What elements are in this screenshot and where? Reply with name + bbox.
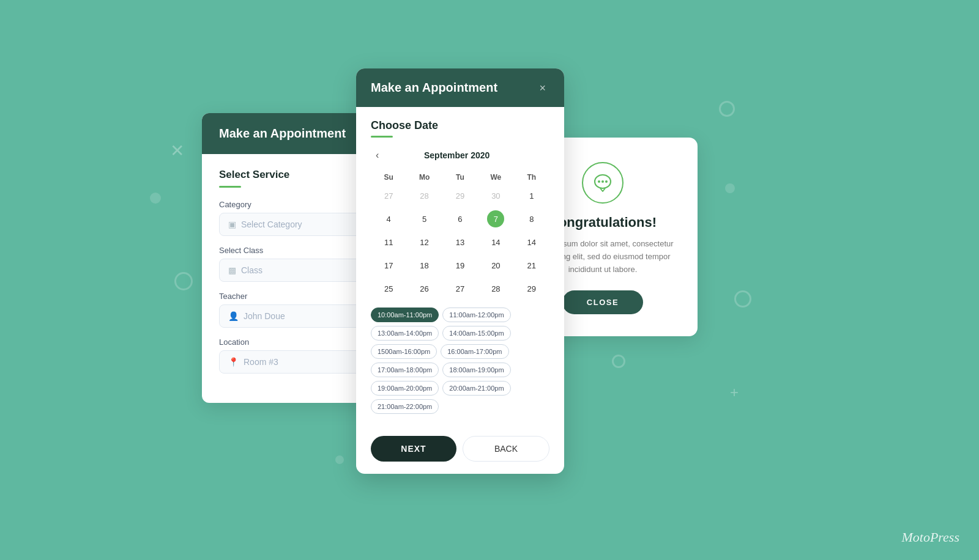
time-slot-button[interactable]: 21:00am-22:00pm (371, 399, 439, 414)
calendar-grid: Su Mo Tu We Th 2728293014567811121314141… (371, 171, 549, 300)
category-input[interactable]: ▣ Select Category (219, 213, 374, 236)
cal-cell[interactable]: 14 (514, 230, 549, 254)
time-slot-button[interactable]: 11:00am-12:00pm (442, 308, 510, 322)
calendar: ‹ September 2020 Su Mo Tu We Th (371, 147, 549, 300)
card1-title: Make an Appointment (219, 127, 374, 141)
congrats-icon (582, 162, 624, 204)
chat-bubble-icon (592, 172, 614, 194)
cal-cell[interactable]: 1 (514, 184, 549, 207)
cal-cell[interactable]: 13 (442, 230, 478, 254)
congrats-title: Congratulations! (549, 215, 657, 230)
time-slot-button[interactable]: 17:00am-18:00pm (371, 363, 439, 377)
cal-row: 1112131414 (371, 230, 549, 254)
time-slot-button[interactable]: 1500am-16:00pm (371, 344, 437, 359)
location-value: Room #3 (244, 357, 278, 367)
cal-cell[interactable]: 6 (442, 207, 478, 230)
choose-date-title: Choose Date (371, 119, 549, 132)
location-input[interactable]: 📍 Room #3 (219, 350, 374, 374)
cal-cell[interactable]: 28 (478, 277, 513, 300)
modal-footer: NEXT BACK (356, 436, 564, 474)
modal-body: Choose Date ‹ September 2020 Su Mo Tu We (356, 107, 564, 436)
modal-header: Make an Appointment × (356, 68, 564, 107)
deco-plus-1: + (730, 384, 739, 401)
time-slot-button[interactable]: 16:00am-17:00pm (441, 344, 508, 359)
background: ✕ + Make an Appointment Select Service C… (0, 0, 979, 560)
cal-cell[interactable]: 30 (478, 184, 513, 207)
cal-cell[interactable]: 8 (514, 207, 549, 230)
cal-row: 45678 (371, 207, 549, 230)
back-button[interactable]: BACK (463, 436, 549, 462)
deco-circle-3 (725, 183, 735, 193)
cal-cell[interactable]: 25 (371, 277, 406, 300)
teacher-label: Teacher (219, 292, 374, 301)
deco-ring-3 (734, 290, 751, 308)
class-icon: ▩ (228, 265, 236, 275)
teacher-input[interactable]: 👤 John Doue (219, 304, 374, 328)
cal-row: 272829301 (371, 184, 549, 207)
class-input[interactable]: ▩ Class (219, 259, 374, 282)
card1-section-title: Select Service (219, 169, 374, 181)
choose-date-underline (371, 136, 393, 138)
cal-cell[interactable]: 4 (371, 207, 406, 230)
cal-header-row: Su Mo Tu We Th (371, 171, 549, 184)
svg-point-2 (601, 180, 604, 183)
deco-circle-1 (150, 193, 161, 204)
cal-day-th: Th (514, 171, 549, 184)
category-icon: ▣ (228, 219, 236, 229)
teacher-icon: 👤 (228, 311, 239, 321)
time-slot-button[interactable]: 13:00am-14:00pm (371, 326, 439, 341)
modal-title: Make an Appointment (371, 81, 497, 95)
cal-month-label: September 2020 (424, 150, 489, 160)
class-value: Class (241, 265, 262, 275)
cal-day-su: Su (371, 171, 406, 184)
cal-cell[interactable]: 17 (371, 254, 406, 277)
teacher-value: John Doue (244, 311, 285, 321)
watermark: MotoPress (901, 529, 959, 545)
deco-circle-4 (335, 455, 344, 464)
cal-cell[interactable]: 21 (514, 254, 549, 277)
category-value: Select Category (241, 219, 302, 229)
cal-cell[interactable]: 5 (406, 207, 442, 230)
cal-cell[interactable]: 14 (478, 230, 513, 254)
cal-cell[interactable]: 20 (478, 254, 513, 277)
calendar-body: 2728293014567811121314141718192021252627… (371, 184, 549, 300)
svg-point-1 (598, 180, 600, 183)
cal-day-we: We (478, 171, 513, 184)
cal-cell[interactable]: 27 (371, 184, 406, 207)
cal-day-mo: Mo (406, 171, 442, 184)
time-slot-button[interactable]: 20:00am-21:00pm (442, 381, 510, 396)
appointment-modal: Make an Appointment × Choose Date ‹ Sept… (356, 68, 564, 474)
modal-close-button[interactable]: × (535, 81, 549, 95)
category-label: Category (219, 200, 374, 209)
cal-cell[interactable]: 29 (514, 277, 549, 300)
deco-cross-1: ✕ (170, 141, 184, 161)
card1-underline (219, 186, 241, 188)
cal-cell[interactable]: 26 (406, 277, 442, 300)
cal-prev-button[interactable]: ‹ (371, 147, 384, 163)
location-label: Location (219, 337, 374, 347)
cal-cell[interactable]: 12 (406, 230, 442, 254)
next-button[interactable]: NEXT (371, 436, 456, 462)
calendar-nav: ‹ September 2020 (371, 147, 549, 163)
cal-cell[interactable]: 7 (478, 207, 513, 230)
cal-cell[interactable]: 11 (371, 230, 406, 254)
cal-day-tu: Tu (442, 171, 478, 184)
location-icon: 📍 (228, 357, 239, 367)
time-slot-button[interactable]: 10:00am-11:00pm (371, 308, 439, 322)
deco-ring-1 (174, 272, 193, 290)
cal-row: 2526272829 (371, 277, 549, 300)
cal-cell[interactable]: 29 (442, 184, 478, 207)
time-slots: 10:00am-11:00pm11:00am-12:00pm13:00am-14… (371, 308, 549, 414)
close-button[interactable]: CLOSE (562, 290, 643, 314)
deco-ring-2 (719, 101, 735, 117)
cal-cell[interactable]: 18 (406, 254, 442, 277)
cal-cell[interactable]: 19 (442, 254, 478, 277)
time-slot-button[interactable]: 18:00am-19:00pm (442, 363, 510, 377)
cal-row: 1718192021 (371, 254, 549, 277)
time-slot-button[interactable]: 19:00am-20:00pm (371, 381, 439, 396)
class-label: Select Class (219, 246, 374, 255)
cal-cell[interactable]: 28 (406, 184, 442, 207)
cal-cell[interactable]: 27 (442, 277, 478, 300)
deco-ring-4 (612, 355, 625, 368)
time-slot-button[interactable]: 14:00am-15:00pm (442, 326, 510, 341)
